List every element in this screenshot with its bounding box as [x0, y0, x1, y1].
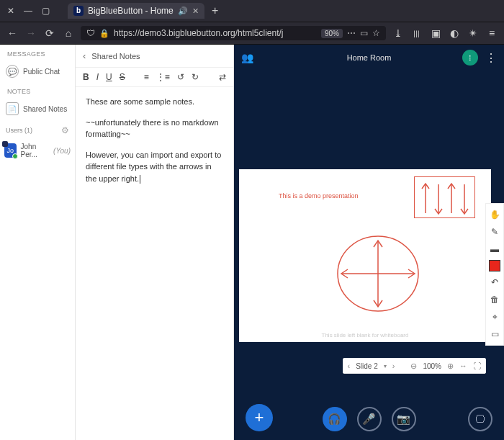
nav-back-icon[interactable]: ← — [6, 27, 19, 39]
library-icon[interactable]: ⫼ — [410, 27, 423, 39]
underline-button[interactable]: U — [106, 72, 112, 82]
italic-button[interactable]: I — [96, 72, 99, 82]
tab-title: BigBlueButton - Home — [88, 6, 174, 16]
notes-toolbar: B I U S ≡ ⋮≡ ↺ ↻ ⇄ — [76, 68, 233, 87]
slide-controls: ‹ Slide 2 ▾ › ⊖ 100% ⊕ ↔ ⛶ — [343, 358, 487, 374]
notes-section-header: Notes — [0, 82, 75, 98]
notes-line: These are some sample notes. — [86, 96, 223, 108]
sidebar-item-label: Public Chat — [23, 68, 60, 76]
left-sidebar: Messages 💬 Public Chat Notes 📄 Shared No… — [0, 45, 76, 440]
notes-line: However, you can import and export to di… — [86, 151, 221, 183]
shield-icon[interactable]: 🛡 — [86, 28, 95, 38]
undo-button[interactable]: ↺ — [177, 72, 184, 82]
zoom-out-button[interactable]: ⊖ — [410, 362, 417, 371]
slide-canvas[interactable]: This is a demo presentation — [239, 169, 491, 342]
users-toggle-icon[interactable]: 👥 — [241, 52, 253, 63]
annotation-circle-cross — [336, 234, 419, 313]
tool-multiuser-icon[interactable]: ▭ — [488, 328, 501, 341]
slide-dropdown-icon[interactable]: ▾ — [384, 363, 387, 369]
favicon-icon: b — [73, 6, 84, 16]
fit-width-button[interactable]: ↔ — [459, 362, 467, 370]
fullscreen-button[interactable]: ⛶ — [473, 362, 481, 370]
nav-home-icon[interactable]: ⌂ — [62, 27, 75, 39]
notes-editor[interactable]: These are some sample notes. ~~unfortuna… — [76, 87, 233, 440]
notes-icon: 📄 — [6, 102, 19, 115]
import-export-button[interactable]: ⇄ — [219, 72, 226, 82]
prev-slide-button[interactable]: ‹ — [348, 362, 351, 370]
online-status-icon — [12, 153, 18, 159]
arrows-svg — [415, 177, 476, 219]
shared-notes-panel: ‹ Shared Notes B I U S ≡ ⋮≡ ↺ ↻ ⇄ These … — [76, 45, 234, 440]
options-menu-icon[interactable]: ⋮ — [485, 51, 497, 65]
audio-button[interactable]: 🎧 — [323, 407, 347, 431]
user-name: John Per... — [21, 143, 50, 158]
lock-icon[interactable]: 🔒 — [99, 29, 109, 38]
chat-icon: 💬 — [6, 65, 19, 78]
annotation-arrows-box — [414, 176, 475, 218]
addon1-icon[interactable]: ◐ — [448, 27, 461, 39]
reader-icon[interactable]: ▭ — [360, 28, 368, 38]
tab-audio-icon[interactable]: 🔊 — [178, 6, 188, 16]
screenshare-button[interactable]: 🖵 — [468, 407, 492, 431]
slide-demo-text: This is a demo presentation — [279, 192, 359, 199]
zoom-in-button[interactable]: ⊕ — [447, 362, 454, 371]
sidebar-toggle-icon[interactable]: ▣ — [429, 27, 442, 39]
url-bar[interactable]: 🛡 🔒 https://demo3.bigbluebutton.org/html… — [81, 26, 386, 40]
new-tab-button[interactable]: + — [209, 4, 222, 17]
connection-status-icon[interactable]: ⫶ — [462, 50, 478, 66]
zoom-level: 100% — [423, 362, 441, 370]
user-list-item[interactable]: Jo John Per... (You) — [0, 138, 75, 163]
redo-button[interactable]: ↻ — [192, 72, 199, 82]
user-you-label: (You) — [53, 147, 71, 155]
downloads-icon[interactable]: ⤓ — [392, 27, 405, 39]
tool-pencil-icon[interactable]: ✎ — [488, 225, 501, 238]
page-actions-icon[interactable]: ⋯ — [347, 28, 356, 38]
bold-button[interactable]: B — [83, 72, 89, 82]
webcam-button[interactable]: 📷 — [392, 407, 416, 431]
hamburger-menu-icon[interactable]: ≡ — [485, 27, 498, 39]
bookmark-star-icon[interactable]: ☆ — [372, 28, 380, 38]
browser-tab-active[interactable]: b BigBlueButton - Home 🔊 ✕ — [68, 3, 204, 19]
notes-line: ~~unfortunately there is no markdown for… — [86, 117, 223, 140]
tool-thickness-icon[interactable]: ▬ — [488, 243, 501, 256]
tool-pointer-icon[interactable]: ⌖ — [488, 310, 501, 323]
users-section-header: Users (1) — [6, 127, 32, 134]
whiteboard-tools: ✋ ✎ ▬ ↶ 🗑 ⌖ ▭ — [485, 203, 504, 346]
notes-panel-title: Shared Notes — [91, 52, 140, 60]
slide-select[interactable]: Slide 2 — [356, 362, 378, 370]
avatar: Jo — [4, 143, 17, 158]
tool-undo-icon[interactable]: ↶ — [488, 276, 501, 289]
window-close-icon[interactable]: ✕ — [4, 6, 17, 16]
url-text: https://demo3.bigbluebutton.org/html5cli… — [114, 28, 317, 38]
presenter-badge-icon — [2, 141, 8, 147]
notes-back-icon[interactable]: ‹ — [83, 50, 86, 61]
zoom-badge[interactable]: 90% — [321, 29, 343, 38]
users-settings-icon[interactable]: ⚙ — [61, 125, 69, 135]
text-cursor — [140, 175, 140, 184]
window-maximize-icon[interactable]: ▢ — [39, 6, 52, 16]
sidebar-item-shared-notes[interactable]: 📄 Shared Notes — [0, 98, 75, 120]
slide-blank-caption: This slide left blank for whiteboard — [239, 332, 491, 338]
next-slide-button[interactable]: › — [392, 362, 395, 370]
mute-button[interactable]: 🎤 — [357, 407, 382, 431]
sidebar-item-public-chat[interactable]: 💬 Public Chat — [0, 60, 75, 82]
window-minimize-icon[interactable]: — — [22, 6, 35, 16]
unordered-list-button[interactable]: ⋮≡ — [156, 72, 170, 82]
ordered-list-button[interactable]: ≡ — [144, 72, 149, 82]
room-title: Home Room — [347, 53, 392, 62]
addon2-icon[interactable]: ✴ — [467, 27, 480, 39]
sidebar-item-label: Shared Notes — [23, 105, 67, 113]
presentation-area: 👥 Home Room ⫶ ⋮ This is a demo presentat… — [234, 45, 504, 440]
nav-reload-icon[interactable]: ⟳ — [43, 27, 56, 39]
tab-close-icon[interactable]: ✕ — [192, 6, 199, 16]
tool-color-swatch[interactable] — [489, 260, 500, 271]
tool-hand-icon[interactable]: ✋ — [488, 208, 501, 221]
avatar-initials: Jo — [7, 147, 14, 154]
nav-forward-icon: → — [24, 27, 37, 39]
strike-button[interactable]: S — [120, 72, 125, 82]
messages-section-header: Messages — [0, 45, 75, 60]
tool-trash-icon[interactable]: 🗑 — [488, 293, 501, 306]
